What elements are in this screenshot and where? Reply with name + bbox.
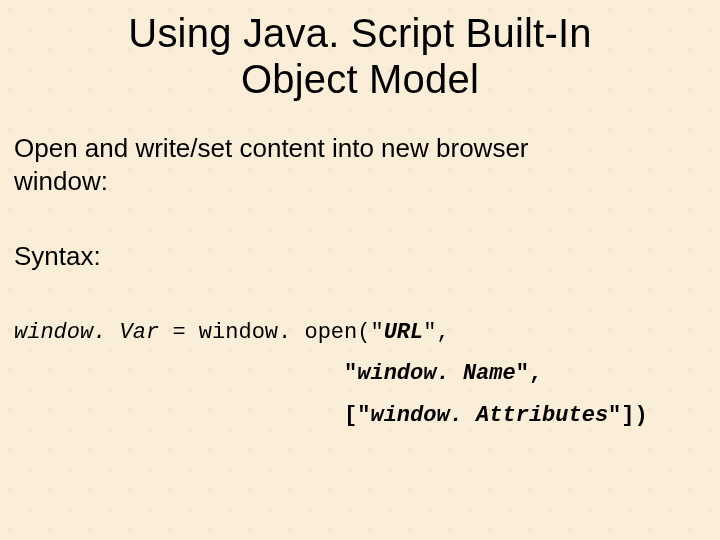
syntax-label: Syntax: (14, 241, 706, 272)
title-line-1: Using Java. Script Built-In (128, 11, 591, 55)
intro-line-2: window: (14, 166, 108, 196)
slide-title: Using Java. Script Built-In Object Model (0, 10, 720, 102)
code-t8: [" (344, 403, 370, 428)
code-block: window. Var = window. open("URL", "windo… (14, 312, 706, 437)
code-t4: ", (423, 320, 463, 345)
slide: Using Java. Script Built-In Object Model… (0, 10, 720, 540)
slide-body: Open and write/set content into new brow… (0, 132, 720, 437)
code-indent2 (14, 403, 344, 428)
code-t7: ", (516, 361, 556, 386)
code-t2: = window. open(" (159, 320, 383, 345)
code-url: URL (384, 320, 424, 345)
code-indent1 (14, 361, 344, 386)
code-t5: " (344, 361, 357, 386)
code-var: window. Var (14, 320, 159, 345)
title-line-2: Object Model (241, 57, 479, 101)
intro-line-1: Open and write/set content into new brow… (14, 133, 529, 163)
code-t10: "]) (608, 403, 648, 428)
code-window-name: window. Name (357, 361, 515, 386)
code-window-attrs: window. Attributes (370, 403, 608, 428)
intro-paragraph: Open and write/set content into new brow… (14, 132, 706, 199)
